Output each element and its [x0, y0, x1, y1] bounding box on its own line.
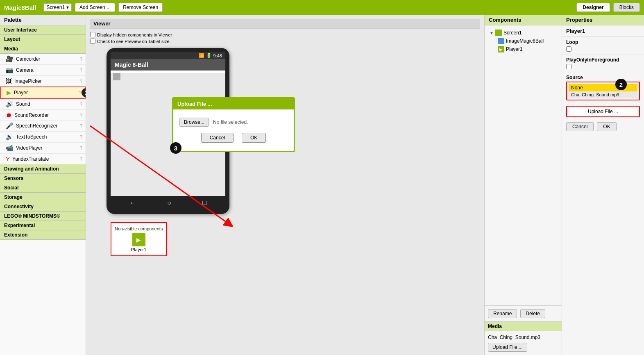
main-area: Palette User Interface Layout Media 🎥 Ca…: [0, 15, 644, 355]
browse-button[interactable]: Browse...: [179, 118, 209, 127]
media-file-name: Cha_Ching_Sound.mp3: [488, 335, 558, 340]
display-hidden-checkbox[interactable]: [90, 32, 95, 37]
properties-upload-button[interactable]: Upload File ...: [566, 106, 640, 117]
palette-category-lego[interactable]: LEGO® MINDSTORMS®: [0, 212, 86, 221]
playonly-checkbox[interactable]: [566, 64, 571, 69]
camcorder-icon: 🎥: [6, 55, 14, 63]
help-icon-videoplayer[interactable]: ?: [80, 146, 82, 150]
palette-item-yandex[interactable]: Y YandexTranslate ?: [0, 154, 86, 164]
source-option-none[interactable]: None: [569, 84, 637, 91]
media-panel: Media Cha_Ching_Sound.mp3 Upload File ..…: [485, 321, 562, 355]
comp-image-row[interactable]: ImageMagic8Ball: [496, 37, 558, 45]
palette-category-social[interactable]: Social: [0, 183, 86, 193]
comp-screen1-icon: [495, 30, 502, 36]
tablet-preview-checkbox[interactable]: [90, 39, 95, 44]
prop-playonly-checkbox-row: [566, 64, 640, 69]
soundrecorder-icon: ⏺: [6, 112, 12, 118]
tablet-preview-checkbox-label[interactable]: Check to see Preview on Tablet size.: [90, 39, 480, 44]
loop-checkbox[interactable]: [566, 46, 571, 52]
viewer-options: Display hidden components in Viewer Chec…: [90, 32, 480, 44]
time-display: 9:48: [213, 53, 222, 58]
palette-category-connectivity[interactable]: Connectivity: [0, 202, 86, 212]
help-icon-speechrecognizer[interactable]: ?: [80, 123, 82, 128]
nonvisible-player1: ▶ Player1: [115, 233, 163, 252]
battery-icon: 🔋: [206, 53, 212, 58]
add-screen-button[interactable]: Add Screen ...: [75, 3, 115, 12]
imagepicker-icon: 🖼: [6, 77, 12, 84]
comp-screen1-row[interactable]: ▼ Screen1: [488, 29, 558, 37]
help-icon-imagepicker[interactable]: ?: [80, 79, 82, 84]
nonvisible-label: Non-visible components: [115, 226, 163, 231]
viewer-header: Viewer: [90, 19, 480, 29]
help-icon-camcorder[interactable]: ?: [80, 57, 82, 61]
palette-item-speechrecognizer[interactable]: 🎤 SpeechRecognizer ?: [0, 121, 86, 132]
properties-ok-button[interactable]: OK: [597, 122, 616, 131]
videoplayer-icon: 📹: [6, 144, 14, 152]
palette-category-experimental[interactable]: Experimental: [0, 221, 86, 230]
help-icon-camera[interactable]: ?: [80, 68, 82, 73]
sound-icon: 🔊: [6, 100, 14, 108]
help-icon-yandex[interactable]: ?: [80, 157, 82, 162]
comp-player-icon: ▶: [498, 46, 504, 52]
palette-category-storage[interactable]: Storage: [0, 193, 86, 202]
upload-dialog-file-row: Browse... No file selected.: [179, 118, 288, 127]
palette-item-player[interactable]: ▶ Player ? 1: [0, 86, 86, 99]
player-icon: ▶: [7, 89, 11, 96]
annotation-1: 1: [82, 88, 86, 97]
source-dropdown[interactable]: None Cha_Ching_Sound.mp3: [566, 82, 640, 100]
annotation-3: 3: [170, 142, 181, 154]
palette-category-media[interactable]: Media: [0, 44, 86, 54]
palette-category-extension[interactable]: Extension: [0, 230, 86, 240]
viewer-content: 📶 🔋 9:48 Magic 8-Ball ← ○: [90, 48, 480, 256]
display-hidden-checkbox-label[interactable]: Display hidden components in Viewer: [90, 32, 480, 37]
palette-category-sensors[interactable]: Sensors: [0, 174, 86, 183]
media-upload-button[interactable]: Upload File ...: [488, 343, 527, 352]
help-icon-soundrecorder[interactable]: ?: [80, 113, 82, 118]
app-title: Magic8Ball: [4, 4, 36, 11]
help-icon-sound[interactable]: ?: [80, 102, 82, 107]
phone-app-bar: Magic 8-Ball: [111, 59, 225, 71]
upload-dialog-cancel-button[interactable]: Cancel: [201, 133, 234, 143]
wifi-icon: 📶: [199, 53, 204, 58]
back-nav-icon: ←: [129, 199, 136, 207]
comp-player-row[interactable]: ▶ Player1: [496, 45, 558, 53]
properties-buttons: Cancel OK: [562, 120, 644, 134]
palette-item-texttospeech[interactable]: 🔈 TextToSpeech ?: [0, 132, 86, 143]
palette-panel: Palette User Interface Layout Media 🎥 Ca…: [0, 15, 86, 355]
help-icon-texttospeech[interactable]: ?: [80, 134, 82, 139]
palette-item-videoplayer[interactable]: 📹 VideoPlayer ?: [0, 143, 86, 154]
viewer-panel: Viewer Display hidden components in View…: [86, 15, 484, 355]
speechrecognizer-icon: 🎤: [6, 122, 14, 130]
no-file-text: No file selected.: [213, 119, 248, 125]
palette-category-drawing[interactable]: Drawing and Animation: [0, 164, 86, 174]
properties-panel: Properties Player1 Loop PlayOnlyInForegr…: [562, 15, 644, 355]
rename-button[interactable]: Rename: [488, 309, 517, 318]
palette-item-camera[interactable]: 📷 Camera ?: [0, 65, 86, 76]
prop-playonly: PlayOnlyInForeground: [562, 55, 644, 72]
properties-cancel-button[interactable]: Cancel: [566, 122, 594, 131]
yandex-icon: Y: [6, 155, 10, 162]
source-option-sound[interactable]: Cha_Ching_Sound.mp3: [569, 91, 637, 98]
palette-category-ui[interactable]: User Interface: [0, 25, 86, 35]
prop-loop-label: Loop: [566, 39, 640, 45]
palette-item-sound[interactable]: 🔊 Sound ?: [0, 99, 86, 110]
palette-item-camcorder[interactable]: 🎥 Camcorder ?: [0, 54, 86, 65]
prop-loop-checkbox-row: [566, 46, 640, 52]
upload-dialog-buttons: Cancel OK: [201, 133, 266, 143]
delete-button[interactable]: Delete: [520, 309, 545, 318]
annotation-2: 2: [615, 79, 627, 90]
palette-category-layout[interactable]: Layout: [0, 35, 86, 44]
nonvisible-components-area: Non-visible components ▶ Player1: [111, 222, 167, 256]
designer-mode-button[interactable]: Designer: [576, 3, 610, 12]
palette-item-soundrecorder[interactable]: ⏺ SoundRecorder ?: [0, 110, 86, 121]
topbar: Magic8Ball Screen1 ▾ Add Screen ... Remo…: [0, 0, 644, 15]
texttospeech-icon: 🔈: [6, 133, 14, 141]
upload-dialog-title: Upload File ...: [173, 98, 294, 109]
blocks-mode-button[interactable]: Blocks: [613, 3, 640, 12]
palette-item-imagepicker[interactable]: 🖼 ImagePicker ?: [0, 76, 86, 86]
upload-dialog-ok-button[interactable]: OK: [242, 133, 266, 143]
screen-selector[interactable]: Screen1 ▾: [43, 3, 72, 11]
comp-screen1-toggle[interactable]: ▼: [490, 31, 494, 35]
phone-nav-bar: ← ○ □: [111, 196, 225, 210]
remove-screen-button[interactable]: Remove Screen: [118, 3, 163, 12]
